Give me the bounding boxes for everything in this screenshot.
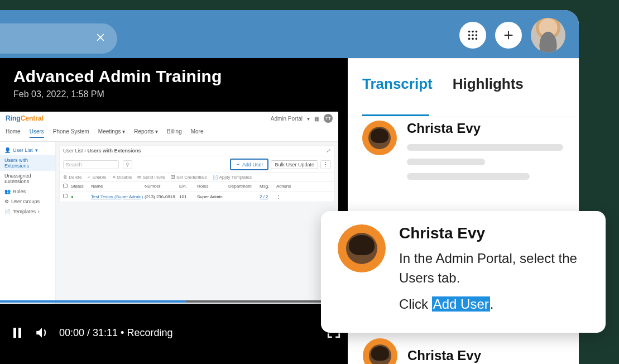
row-ext: 101 [179, 194, 197, 199]
tool-disable[interactable]: ✕ Disable [112, 175, 132, 180]
transcript-popup: Christa Evy In the Admin Portal, select … [321, 211, 606, 333]
rc-tab-phone[interactable]: Phone System [53, 128, 89, 138]
svg-point-1 [472, 31, 474, 33]
row-actions-icon[interactable]: ⋮ [276, 194, 299, 199]
speaker-name: Christa Evy [407, 121, 564, 136]
pause-button[interactable] [10, 325, 25, 340]
admin-portal-dropdown[interactable]: Admin Portal [271, 116, 303, 122]
tab-highlights[interactable]: Highlights [453, 75, 524, 93]
side-users-ext[interactable]: Users with Extensions [0, 155, 55, 171]
transcript-entry: Christa Evy [363, 338, 481, 364]
search-pill[interactable] [0, 23, 117, 54]
th-actions[interactable]: Actions [276, 184, 299, 189]
popup-line2: Click Add User. [399, 295, 589, 314]
rc-tab-home[interactable]: Home [6, 128, 21, 138]
svg-point-6 [468, 38, 471, 40]
side-templates[interactable]: 📄 Templates › [0, 207, 55, 217]
screenshare-content: RingCentral Admin Portal ▾ ▦ TT Home Use… [0, 112, 338, 300]
chevron-down-icon: ▾ [307, 116, 310, 122]
text-placeholder [407, 159, 485, 165]
close-icon[interactable] [95, 32, 106, 45]
tab-transcript[interactable]: Transcript [362, 75, 433, 93]
svg-point-5 [476, 34, 478, 36]
select-all-checkbox[interactable] [63, 184, 68, 188]
more-actions-icon[interactable]: ⋮ [320, 160, 331, 169]
row-name[interactable]: Test Testov (Super Admin) [91, 194, 145, 199]
breadcrumb: User List › Users with Extensions [63, 148, 141, 154]
svg-rect-9 [13, 328, 16, 338]
svg-point-7 [472, 38, 474, 40]
th-number[interactable]: Number [145, 184, 179, 189]
th-dept[interactable]: Department [228, 184, 260, 189]
row-role: Super Admin [197, 194, 228, 199]
side-user-list[interactable]: 👤 User List ▾ [0, 145, 55, 155]
video-pane: Advanced Admin Training Feb 03, 2022, 1:… [0, 58, 348, 364]
add-button[interactable] [495, 22, 522, 49]
video-title: Advanced Admin Training [13, 67, 334, 86]
svg-point-2 [476, 31, 478, 33]
tool-delete[interactable]: 🗑 Delete [63, 175, 81, 180]
user-avatar-small[interactable]: TT [324, 114, 333, 123]
th-msg[interactable]: Msg. [260, 184, 276, 189]
add-user-button[interactable]: ＋ Add User [230, 159, 269, 170]
table-row[interactable]: ● Test Testov (Super Admin) (213) 236-08… [59, 191, 335, 202]
th-name[interactable]: Name [91, 184, 145, 189]
video-date: Feb 03, 2022, 1:58 PM [13, 89, 334, 99]
row-checkbox[interactable] [63, 194, 68, 198]
rc-tab-meetings[interactable]: Meetings ▾ [98, 128, 125, 138]
side-roles[interactable]: 👥 Roles [0, 186, 55, 197]
th-roles[interactable]: Roles [197, 184, 228, 189]
speaker-avatar [338, 224, 386, 272]
transcript-entry: Christa Evy [362, 121, 564, 180]
ringcentral-logo: RingCentral [6, 114, 44, 122]
rc-search-input[interactable]: Search [63, 160, 119, 169]
speaker-avatar [362, 121, 397, 155]
text-placeholder [407, 173, 530, 180]
th-status[interactable]: Status [71, 184, 91, 189]
svg-point-3 [468, 34, 471, 36]
filter-icon[interactable]: ⚲ [123, 160, 132, 169]
tab-indicator [362, 114, 429, 116]
tool-apply-tpl[interactable]: 📄 Apply Templates [213, 175, 252, 180]
tool-send-invite[interactable]: ✉ Send Invite [137, 175, 165, 180]
text-placeholder [407, 144, 563, 151]
row-number: (213) 236-0818 [145, 194, 179, 199]
profile-avatar[interactable] [531, 18, 565, 52]
expand-icon[interactable]: ⤢ [327, 148, 331, 154]
bulk-user-update-button[interactable]: Bulk User Update [271, 160, 318, 169]
svg-point-4 [472, 34, 474, 36]
th-ext[interactable]: Ext. [179, 184, 197, 189]
rc-tab-reports[interactable]: Reports ▾ [134, 128, 158, 138]
popup-speaker-name: Christa Evy [399, 224, 589, 242]
top-bar [0, 10, 579, 58]
svg-rect-10 [18, 328, 21, 338]
svg-point-8 [476, 38, 478, 40]
speaker-avatar [363, 338, 397, 364]
status-icon: ● [71, 194, 91, 199]
volume-button[interactable] [35, 325, 49, 340]
svg-point-0 [468, 31, 471, 33]
speaker-name: Christa Evy [407, 348, 481, 363]
apps-icon[interactable]: ▦ [314, 116, 319, 122]
time-label: 00:00 / 31:11 • Recording [59, 327, 172, 339]
popup-line1: In the Admin Portal, select the Users ta… [399, 249, 589, 288]
add-user-link[interactable]: Add User [432, 296, 490, 312]
row-msg[interactable]: 2 / 2 [260, 194, 276, 199]
rc-tab-users[interactable]: Users [30, 128, 44, 138]
side-user-groups[interactable]: ⚙ User Groups [0, 197, 55, 207]
tool-set-cred[interactable]: ⚿ Set Credentials [171, 175, 207, 180]
rc-tab-more[interactable]: More [191, 128, 204, 138]
dialpad-button[interactable] [459, 22, 486, 49]
rc-tab-billing[interactable]: Billing [167, 128, 182, 138]
side-unassigned[interactable]: Unassigned Extensions [0, 171, 55, 186]
tool-enable[interactable]: ✓ Enable [87, 175, 106, 180]
